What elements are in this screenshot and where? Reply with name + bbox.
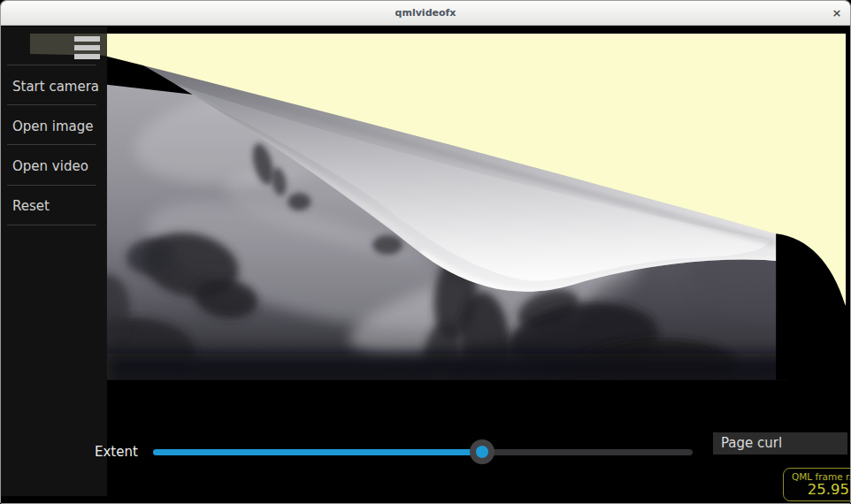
sidebar-divider: [7, 225, 96, 225]
slider-fill: [153, 449, 482, 455]
sidebar-divider: [7, 185, 96, 186]
fps-value: 25.95: [784, 482, 849, 498]
slider-handle[interactable]: [470, 439, 494, 464]
sidebar-item-open-video[interactable]: Open video: [12, 157, 88, 176]
sidebar-divider: [7, 104, 96, 105]
window-title: qmlvideofx: [1, 1, 850, 26]
close-icon[interactable]: ×: [829, 1, 845, 26]
slider-handle-dot: [476, 446, 488, 458]
app-content: Start camera Open image Open video Reset…: [1, 26, 850, 503]
effect-button[interactable]: Page curl: [713, 432, 847, 454]
sidebar-item-reset[interactable]: Reset: [12, 196, 50, 216]
fps-panel: QML frame r... 25.95: [783, 468, 850, 501]
sidebar-divider: [7, 65, 96, 65]
sidebar-divider: [7, 144, 96, 145]
sidebar-item-open-image[interactable]: Open image: [12, 117, 94, 136]
titlebar: qmlvideofx ×: [1, 1, 850, 26]
sidebar: Start camera Open image Open video Reset: [1, 27, 107, 496]
menu-icon[interactable]: [74, 36, 100, 63]
slider-label: Extent: [95, 443, 138, 461]
sidebar-item-start-camera[interactable]: Start camera: [12, 77, 99, 96]
app-window: qmlvideofx ×: [0, 0, 851, 504]
video-preview: [1, 26, 850, 503]
